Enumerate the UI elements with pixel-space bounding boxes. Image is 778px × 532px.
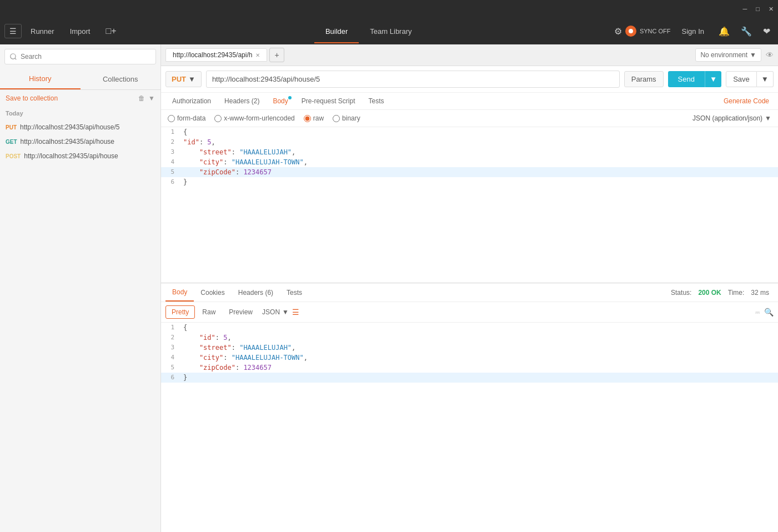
- time-label: Time:: [728, 289, 745, 297]
- resp-tab-headers[interactable]: Headers (6): [232, 284, 280, 302]
- raw-radio[interactable]: [304, 115, 311, 122]
- resp-code-line-1: 1 {: [161, 323, 778, 333]
- status-label: Status:: [671, 289, 691, 297]
- trash-icon[interactable]: 🗑: [138, 94, 145, 102]
- search-input[interactable]: [4, 49, 156, 64]
- history-url: http://localhost:29435/api/house: [24, 152, 118, 160]
- tab-pre-request-script[interactable]: Pre-request Script: [295, 93, 362, 109]
- json-type-label: JSON (application/json): [692, 114, 762, 122]
- radio-raw[interactable]: raw: [304, 114, 324, 122]
- request-body-editor[interactable]: 1 { 2 "id": 5, 3 "street": "HAAALELUJAH"…: [161, 127, 778, 283]
- send-button[interactable]: Send: [668, 71, 705, 87]
- close-tab-icon[interactable]: ✕: [255, 52, 260, 58]
- resp-format-pretty[interactable]: Pretty: [165, 305, 195, 319]
- tab-builder[interactable]: Builder: [314, 19, 359, 43]
- code-line-4: 4 "city": "HAAALELUJAH-TOWN",: [161, 157, 778, 167]
- response-status: Status: 200 OK Time: 32 ms: [666, 289, 774, 297]
- url-input[interactable]: [206, 71, 620, 88]
- method-select[interactable]: PUT ▼: [165, 71, 202, 87]
- tab-authorization[interactable]: Authorization: [165, 93, 218, 109]
- sidebar: History Collections Save to collection 🗑…: [0, 44, 161, 532]
- sidebar-tab-collections[interactable]: Collections: [81, 69, 161, 89]
- radio-form-data[interactable]: form-data: [168, 114, 205, 122]
- search-response-button[interactable]: 🔍: [764, 308, 774, 317]
- tab-tests[interactable]: Tests: [362, 93, 390, 109]
- resp-tab-body[interactable]: Body: [165, 284, 194, 302]
- generate-code-button[interactable]: Generate Code: [719, 93, 774, 109]
- list-item[interactable]: PUT http://localhost:29435/api/house/5: [0, 120, 160, 134]
- content-area: http://localhost:29435/api/h ✕ + No envi…: [161, 44, 778, 532]
- response-tabs-left: Body Cookies Headers (6) Tests: [165, 284, 309, 302]
- app-header: ☰ Runner Import □+ Builder Team Library …: [0, 18, 778, 44]
- sync-area: ⚙ SYNC OFF: [614, 26, 671, 37]
- close-button[interactable]: ✕: [769, 6, 774, 13]
- env-label: No environment: [700, 51, 747, 59]
- binary-radio[interactable]: [333, 115, 340, 122]
- resp-code-line-4: 4 "city": "HAAALELUJAH-TOWN",: [161, 353, 778, 363]
- resp-tab-cookies[interactable]: Cookies: [194, 284, 231, 302]
- add-tab-button[interactable]: +: [269, 48, 284, 62]
- runner-button[interactable]: Runner: [24, 24, 61, 39]
- send-dropdown-button[interactable]: ▼: [705, 71, 721, 87]
- request-tabs-left: Authorization Headers (2) Body Pre-reque…: [165, 93, 390, 109]
- radio-binary[interactable]: binary: [333, 114, 360, 122]
- resp-type-label: JSON: [262, 308, 280, 316]
- list-item[interactable]: GET http://localhost:29435/api/house: [0, 134, 160, 149]
- sidebar-search-area: [0, 44, 160, 69]
- body-options: form-data x-www-form-urlencoded raw bina…: [161, 110, 778, 127]
- status-value: 200 OK: [698, 289, 721, 297]
- response-body-editor[interactable]: 1 { 2 "id": 5, 3 "street": "HAAALELUJAH"…: [161, 323, 778, 460]
- sidebar-tabs: History Collections: [0, 69, 160, 90]
- sync-dot: [625, 26, 636, 37]
- save-button[interactable]: Save: [726, 71, 757, 87]
- save-to-collection-button[interactable]: Save to collection: [6, 94, 58, 102]
- response-tabs-bar: Body Cookies Headers (6) Tests Status: 2…: [161, 284, 778, 302]
- chevron-down-icon[interactable]: ▼: [148, 94, 155, 102]
- resp-code-line-5: 5 "zipCode": 1234657: [161, 363, 778, 373]
- resp-tab-tests[interactable]: Tests: [280, 284, 309, 302]
- copy-button[interactable]: ⎓: [755, 308, 760, 317]
- radio-x-www[interactable]: x-www-form-urlencoded: [214, 114, 294, 122]
- env-chevron-icon: ▼: [750, 51, 756, 59]
- filter-icon[interactable]: ☰: [292, 308, 299, 317]
- save-dropdown-button[interactable]: ▼: [757, 71, 774, 87]
- form-data-radio[interactable]: [168, 115, 175, 122]
- main-layout: History Collections Save to collection 🗑…: [0, 44, 778, 532]
- sign-in-button[interactable]: Sign In: [675, 24, 711, 39]
- json-type-select[interactable]: JSON (application/json) ▼: [692, 114, 771, 122]
- resp-type-select[interactable]: JSON ▼: [262, 308, 289, 316]
- eye-button[interactable]: 👁: [766, 51, 774, 59]
- minimize-button[interactable]: ─: [743, 6, 747, 12]
- import-button[interactable]: Import: [63, 24, 97, 39]
- response-body-options: Pretty Raw Preview JSON ▼ ☰ ⎓ 🔍: [161, 302, 778, 323]
- method-chevron-icon: ▼: [188, 75, 195, 83]
- code-line-1: 1 {: [161, 127, 778, 137]
- sidebar-toggle-button[interactable]: ☰: [4, 24, 22, 38]
- x-www-radio[interactable]: [214, 115, 222, 122]
- new-request-button[interactable]: □+: [99, 23, 123, 39]
- maximize-button[interactable]: □: [756, 6, 760, 12]
- resp-format-raw[interactable]: Raw: [196, 305, 222, 319]
- history-url: http://localhost:29435/api/house/5: [20, 123, 119, 131]
- history-url: http://localhost:29435/api/house: [21, 138, 114, 145]
- request-area: PUT ▼ Params Send ▼ Save ▼: [161, 66, 778, 93]
- response-icons: ⎓ 🔍: [755, 308, 774, 317]
- code-line-3: 3 "street": "HAAALELUJAH",: [161, 147, 778, 157]
- url-tab[interactable]: http://localhost:29435/api/h ✕: [165, 48, 267, 62]
- list-item[interactable]: POST http://localhost:29435/api/house: [0, 149, 160, 163]
- settings-button[interactable]: 🔧: [737, 23, 755, 40]
- tab-team-library[interactable]: Team Library: [359, 19, 423, 43]
- sync-label: SYNC OFF: [640, 28, 671, 34]
- params-button[interactable]: Params: [624, 71, 664, 87]
- method-badge-get: GET: [6, 139, 17, 145]
- resp-format-preview[interactable]: Preview: [223, 305, 259, 319]
- response-section: Body Cookies Headers (6) Tests Status: 2…: [161, 283, 778, 460]
- heart-button[interactable]: ❤: [760, 23, 774, 40]
- code-line-5: 5 "zipCode": 1234657: [161, 167, 778, 177]
- notifications-button[interactable]: 🔔: [715, 23, 733, 40]
- tab-body[interactable]: Body: [266, 93, 294, 109]
- env-selector[interactable]: No environment ▼: [695, 48, 761, 62]
- body-dot: [288, 96, 292, 99]
- tab-headers[interactable]: Headers (2): [218, 93, 266, 109]
- sidebar-tab-history[interactable]: History: [0, 69, 81, 89]
